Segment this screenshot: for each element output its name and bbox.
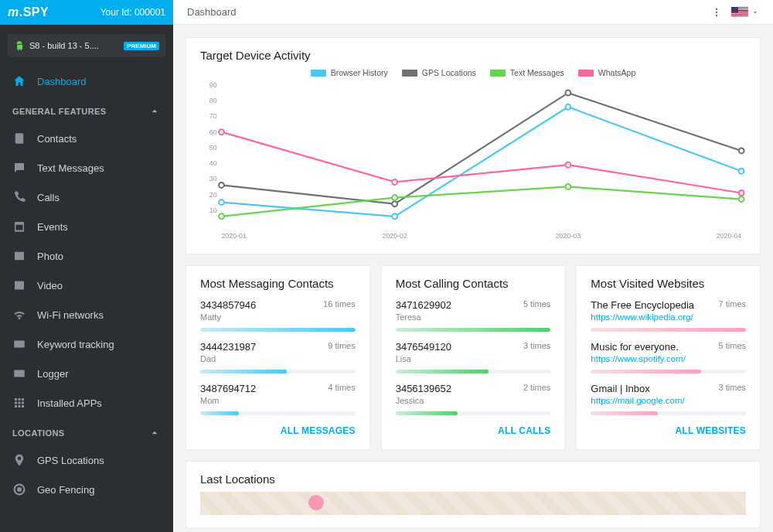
sidebar-item-texts[interactable]: Text Messages xyxy=(0,153,173,182)
list-item[interactable]: 3444231987 Dad 9 times xyxy=(200,341,356,373)
progress-bar xyxy=(591,411,746,415)
chart-title: Target Device Activity xyxy=(200,49,746,62)
calling-contacts-card: Most Calling Contacts 3471629902 Teresa … xyxy=(381,265,566,450)
sidebar-item-keyword[interactable]: Keyword tracking xyxy=(0,329,173,359)
wifi-icon xyxy=(12,308,26,322)
progress-bar xyxy=(396,328,551,332)
sidebar-item-calls[interactable]: Calls xyxy=(0,182,173,212)
messaging-contacts-card: Most Messaging Contacts 3434857946 Matty… xyxy=(186,265,370,450)
sidebar-section-general[interactable]: GENERAL FEATURES xyxy=(0,96,173,124)
all-messages-link[interactable]: ALL MESSAGES xyxy=(281,425,356,436)
sidebar-item-label: Logger xyxy=(37,368,68,380)
list-item-secondary: Teresa xyxy=(396,312,451,322)
progress-bar xyxy=(200,370,356,373)
list-item-count: 5 times xyxy=(719,341,746,350)
map-placeholder[interactable] xyxy=(200,492,746,515)
sidebar-item-contacts[interactable]: Contacts xyxy=(0,124,173,153)
keyboard-icon xyxy=(12,337,26,351)
list-item-secondary[interactable]: https://www.wikipedia.org/ xyxy=(591,312,694,322)
list-item-count: 4 times xyxy=(328,383,355,392)
list-item-primary: 3456139652 xyxy=(396,383,451,394)
sidebar-item-gps[interactable]: GPS Locations xyxy=(0,445,173,475)
activity-chart-card: Target Device Activity Browser History G… xyxy=(186,37,761,254)
list-item-count: 5 times xyxy=(523,299,550,309)
svg-point-26 xyxy=(392,195,397,200)
progress-bar xyxy=(396,370,551,373)
svg-point-28 xyxy=(739,196,744,202)
language-selector[interactable] xyxy=(731,7,759,18)
sidebar-item-geofence[interactable]: Geo Fencing xyxy=(0,475,173,504)
chevron-up-icon xyxy=(148,105,161,118)
list-item-count: 9 times xyxy=(328,341,355,350)
legend-item: WhatsApp xyxy=(578,68,635,77)
all-calls-link[interactable]: ALL CALLS xyxy=(498,425,550,436)
page-title: Dashboard xyxy=(187,6,237,18)
list-item-secondary: Dad xyxy=(200,354,256,363)
list-item[interactable]: 3456139652 Jessica 2 times xyxy=(396,383,551,415)
list-item-primary: 3471629902 xyxy=(396,299,451,311)
kebab-menu-icon[interactable] xyxy=(711,7,722,18)
svg-point-32 xyxy=(739,190,744,196)
chevron-down-icon xyxy=(751,9,759,16)
device-selector[interactable]: S8 - build 13 - 5.... PREMIUM xyxy=(8,34,165,57)
sidebar-item-dashboard[interactable]: Dashboard xyxy=(0,66,173,96)
sidebar-item-label: Text Messages xyxy=(37,162,104,174)
sidebar-item-photo[interactable]: Photo xyxy=(0,241,173,271)
list-item[interactable]: Music for everyone. https://www.spotify.… xyxy=(591,341,746,373)
list-item-primary: 3434857946 xyxy=(200,299,256,311)
list-item[interactable]: 3476549120 Lisa 3 times xyxy=(396,341,551,373)
list-item-primary: 3476549120 xyxy=(396,341,451,353)
list-item-secondary: Matty xyxy=(200,312,256,322)
card-title: Last Locations xyxy=(200,472,746,486)
keyboard-icon xyxy=(12,367,26,380)
svg-text:70: 70 xyxy=(209,112,217,120)
sidebar-item-events[interactable]: Events xyxy=(0,212,173,241)
sidebar-item-logger[interactable]: Logger xyxy=(0,359,173,388)
svg-point-3 xyxy=(716,14,717,15)
svg-text:20: 20 xyxy=(209,190,217,198)
legend-item: Text Messages xyxy=(490,68,564,77)
list-item[interactable]: Gmail | Inbox https://mail.google.com/ 3… xyxy=(591,383,746,415)
list-item[interactable]: The Free Encyclopedia https://www.wikipe… xyxy=(591,299,746,332)
list-item[interactable]: 3487694712 Mom 4 times xyxy=(200,383,356,415)
phone-icon xyxy=(12,190,26,204)
card-title: Most Visited Websites xyxy=(591,277,746,290)
svg-point-21 xyxy=(219,182,224,188)
pin-icon xyxy=(12,453,26,467)
android-icon xyxy=(14,40,25,51)
sidebar-section-locations[interactable]: LOCATIONS xyxy=(0,418,173,445)
sidebar-item-label: Keyword tracking xyxy=(37,339,114,350)
svg-text:80: 80 xyxy=(209,97,217,104)
sidebar-item-label: Dashboard xyxy=(37,76,87,87)
sidebar-item-apps[interactable]: Installed APPs xyxy=(0,388,173,418)
svg-text:40: 40 xyxy=(209,159,217,167)
svg-point-27 xyxy=(565,184,570,189)
svg-text:2020-03: 2020-03 xyxy=(556,232,581,240)
svg-point-1 xyxy=(716,8,717,9)
svg-point-29 xyxy=(219,129,224,135)
svg-point-19 xyxy=(565,104,570,110)
progress-bar xyxy=(591,370,746,373)
calendar-icon xyxy=(12,220,26,234)
clipboard-icon xyxy=(12,131,26,145)
svg-point-31 xyxy=(565,162,570,168)
list-item[interactable]: 3471629902 Teresa 5 times xyxy=(396,299,551,332)
svg-text:10: 10 xyxy=(209,206,217,214)
sidebar-section-label: LOCATIONS xyxy=(12,428,65,438)
list-item-secondary[interactable]: https://www.spotify.com/ xyxy=(591,354,686,363)
list-item-secondary[interactable]: https://mail.google.com/ xyxy=(591,396,684,405)
svg-text:50: 50 xyxy=(209,144,217,152)
sidebar-item-video[interactable]: Video xyxy=(0,271,173,300)
grid-icon xyxy=(12,396,26,410)
list-item[interactable]: 3434857946 Matty 16 times xyxy=(200,299,356,332)
sidebar-item-wifi[interactable]: Wi-Fi networks xyxy=(0,300,173,329)
svg-point-23 xyxy=(565,90,570,96)
chevron-up-icon xyxy=(148,427,161,439)
card-title: Most Messaging Contacts xyxy=(200,277,356,290)
photo-icon xyxy=(12,249,26,263)
svg-rect-0 xyxy=(15,281,24,290)
svg-point-30 xyxy=(392,179,397,185)
all-websites-link[interactable]: ALL WEBSITES xyxy=(676,425,747,436)
sidebar-item-label: Events xyxy=(37,221,68,233)
message-icon xyxy=(12,161,26,175)
